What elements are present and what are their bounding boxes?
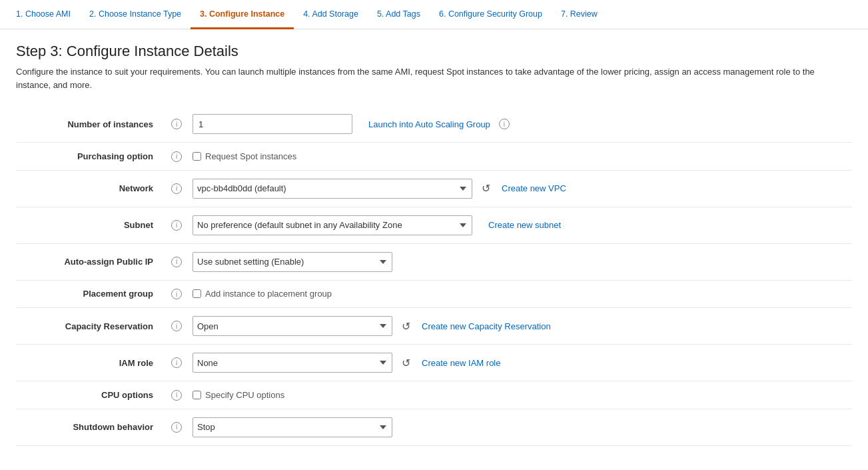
iam-role-select[interactable]: None (193, 353, 392, 373)
info-icon-iam-role[interactable]: i (171, 357, 182, 368)
row-placement-group: Placement group i Add instance to placem… (16, 280, 852, 308)
spot-instances-label[interactable]: Request Spot instances (193, 151, 847, 161)
create-new-capacity-reservation-link[interactable]: Create new Capacity Reservation (422, 321, 551, 331)
row-auto-assign-public-ip: Auto-assign Public IP i Use subnet setti… (16, 243, 852, 280)
control-network: vpc-bb4db0dd (default) ↺ Create new VPC (187, 170, 852, 207)
label-auto-assign-public-ip: Auto-assign Public IP (16, 243, 163, 280)
control-capacity-reservation: Open ↺ Create new Capacity Reservation (187, 308, 852, 345)
capacity-reservation-select[interactable]: Open (193, 316, 392, 336)
row-capacity-reservation: Capacity Reservation i Open ↺ Create new… (16, 308, 852, 345)
row-iam-role: IAM role i None ↺ Create new IAM role (16, 345, 852, 381)
info-icon-capacity-reservation[interactable]: i (171, 321, 182, 331)
info-icon-launch[interactable]: i (499, 119, 510, 129)
placement-group-label[interactable]: Add instance to placement group (193, 289, 847, 299)
info-icon-auto-assign[interactable]: i (171, 257, 182, 267)
row-subnet: Subnet i No preference (default subnet i… (16, 207, 852, 243)
page-description: Configure the instance to suit your requ… (16, 65, 815, 91)
control-auto-assign-public-ip: Use subnet setting (Enable) (187, 243, 852, 280)
page-title: Step 3: Configure Instance Details (16, 43, 852, 60)
network-refresh-icon[interactable]: ↺ (478, 181, 494, 197)
row-network: Network i vpc-bb4db0dd (default) ↺ Creat… (16, 170, 852, 207)
placement-group-checkbox[interactable] (193, 289, 201, 298)
label-shutdown-behavior: Shutdown behavior (16, 409, 163, 445)
label-placement-group: Placement group (16, 280, 163, 308)
number-of-instances-input[interactable] (193, 114, 352, 134)
cpu-options-label[interactable]: Specify CPU options (193, 390, 847, 400)
row-number-of-instances: Number of instances i Launch into Auto S… (16, 106, 852, 143)
launch-auto-scaling-link[interactable]: Launch into Auto Scaling Group (368, 119, 490, 129)
main-content: Step 3: Configure Instance Details Confi… (0, 29, 868, 459)
create-new-subnet-link[interactable]: Create new subnet (488, 220, 561, 230)
control-shutdown-behavior: Stop (187, 409, 852, 445)
nav-step-choose-ami[interactable]: 1. Choose AMI (7, 1, 80, 29)
control-purchasing-option: Request Spot instances (187, 143, 852, 171)
info-icon-network[interactable]: i (171, 183, 182, 194)
label-purchasing-option: Purchasing option (16, 143, 163, 171)
label-cpu-options: CPU options (16, 381, 163, 409)
info-icon-shutdown-behavior[interactable]: i (171, 422, 182, 433)
create-new-vpc-link[interactable]: Create new VPC (502, 183, 566, 193)
cpu-options-text: Specify CPU options (205, 390, 284, 400)
info-icon-purchasing-option[interactable]: i (171, 151, 182, 162)
info-icon-subnet[interactable]: i (171, 220, 182, 231)
nav-step-review[interactable]: 7. Review (552, 1, 607, 29)
configure-instance-form: Number of instances i Launch into Auto S… (16, 106, 852, 446)
spot-instances-checkbox[interactable] (193, 152, 201, 161)
control-iam-role: None ↺ Create new IAM role (187, 345, 852, 381)
nav-step-configure-instance[interactable]: 3. Configure Instance (191, 1, 294, 29)
label-capacity-reservation: Capacity Reservation (16, 308, 163, 345)
iam-role-refresh-icon[interactable]: ↺ (398, 355, 414, 371)
spot-instances-text: Request Spot instances (205, 151, 296, 161)
wizard-nav: 1. Choose AMI 2. Choose Instance Type 3.… (0, 0, 868, 29)
info-icon-number-of-instances[interactable]: i (171, 119, 182, 129)
auto-assign-public-ip-select[interactable]: Use subnet setting (Enable) (193, 252, 392, 272)
row-cpu-options: CPU options i Specify CPU options (16, 381, 852, 409)
label-number-of-instances: Number of instances (16, 106, 163, 143)
control-subnet: No preference (default subnet in any Ava… (187, 207, 852, 243)
subnet-select[interactable]: No preference (default subnet in any Ava… (193, 215, 472, 235)
cpu-options-checkbox[interactable] (193, 391, 201, 399)
info-icon-cpu-options[interactable]: i (171, 390, 182, 401)
nav-step-add-tags[interactable]: 5. Add Tags (368, 1, 430, 29)
shutdown-behavior-select[interactable]: Stop (193, 417, 392, 437)
info-icon-placement-group[interactable]: i (171, 289, 182, 299)
capacity-reservation-refresh-icon[interactable]: ↺ (398, 318, 414, 334)
label-subnet: Subnet (16, 207, 163, 243)
nav-step-configure-security-group[interactable]: 6. Configure Security Group (430, 1, 552, 29)
label-network: Network (16, 170, 163, 207)
nav-step-choose-instance-type[interactable]: 2. Choose Instance Type (80, 1, 191, 29)
control-cpu-options: Specify CPU options (187, 381, 852, 409)
nav-step-add-storage[interactable]: 4. Add Storage (294, 1, 368, 29)
create-new-iam-role-link[interactable]: Create new IAM role (422, 358, 501, 368)
row-purchasing-option: Purchasing option i Request Spot instanc… (16, 143, 852, 171)
network-select[interactable]: vpc-bb4db0dd (default) (193, 179, 472, 199)
row-shutdown-behavior: Shutdown behavior i Stop (16, 409, 852, 445)
control-placement-group: Add instance to placement group (187, 280, 852, 308)
label-iam-role: IAM role (16, 345, 163, 381)
placement-group-text: Add instance to placement group (205, 289, 332, 299)
control-number-of-instances: Launch into Auto Scaling Group i (187, 106, 852, 143)
